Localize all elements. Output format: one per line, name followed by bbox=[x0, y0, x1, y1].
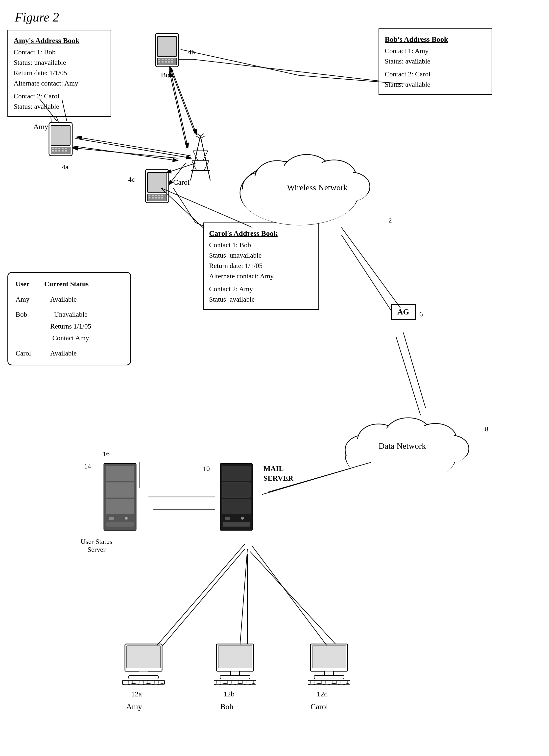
amy-phone: Amy bbox=[47, 121, 74, 159]
user-status-server bbox=[96, 462, 146, 535]
status-row2-user: Bob bbox=[16, 309, 35, 320]
svg-rect-80 bbox=[152, 197, 154, 199]
svg-line-84 bbox=[190, 136, 200, 180]
svg-rect-52 bbox=[171, 59, 173, 60]
svg-rect-49 bbox=[161, 59, 163, 60]
bobs-address-book: Bob's Address Book Contact 1: Amy Status… bbox=[379, 28, 492, 95]
svg-line-19 bbox=[193, 59, 406, 84]
carol-bottom-label: Carol bbox=[311, 702, 328, 711]
svg-rect-82 bbox=[158, 197, 160, 199]
status-row1-status: Available bbox=[50, 293, 77, 305]
svg-rect-75 bbox=[152, 195, 154, 196]
carols-contact1-label: Contact 1: Bob bbox=[209, 240, 313, 250]
carols-contact2-status: Status: available bbox=[209, 294, 313, 305]
status-row2-status: Unavailable Returns 1/1/05 Contact Amy bbox=[50, 309, 91, 344]
svg-line-95 bbox=[196, 136, 200, 138]
svg-rect-51 bbox=[168, 59, 170, 60]
computer-12a bbox=[121, 643, 166, 686]
carols-contact1-alternate: Alternate contact: Amy bbox=[209, 271, 313, 281]
svg-rect-70 bbox=[65, 150, 67, 152]
svg-rect-69 bbox=[62, 150, 64, 152]
svg-rect-76 bbox=[155, 195, 157, 196]
label-12c: 12c bbox=[317, 690, 327, 698]
svg-rect-64 bbox=[62, 148, 64, 149]
svg-rect-79 bbox=[148, 197, 150, 199]
label-4b: 4b bbox=[188, 48, 195, 56]
svg-line-18 bbox=[250, 551, 339, 648]
svg-rect-74 bbox=[148, 195, 150, 196]
svg-line-93 bbox=[197, 133, 200, 136]
data-network-cloud: Data Network bbox=[342, 403, 487, 489]
carols-contact2-label: Contact 2: Amy bbox=[209, 284, 313, 294]
svg-rect-83 bbox=[161, 197, 163, 199]
amys-contact1-alternate: Alternate contact: Amy bbox=[14, 78, 105, 89]
svg-line-164 bbox=[76, 137, 190, 156]
bobs-address-book-title: Bob's Address Book bbox=[385, 34, 486, 45]
carols-address-book: Carol's Address Book Contact 1: Bob Stat… bbox=[203, 222, 319, 310]
label-6: 6 bbox=[419, 310, 423, 318]
svg-rect-53 bbox=[158, 61, 160, 63]
label-16: 16 bbox=[103, 450, 110, 458]
label-12b: 12b bbox=[223, 690, 234, 698]
svg-line-173 bbox=[403, 333, 426, 408]
svg-rect-63 bbox=[58, 148, 60, 149]
svg-rect-61 bbox=[52, 148, 54, 149]
svg-rect-99 bbox=[222, 483, 250, 497]
svg-rect-67 bbox=[55, 150, 57, 152]
svg-rect-146 bbox=[314, 675, 344, 679]
user-status-server-label: User Status Server bbox=[69, 538, 124, 554]
amys-contact1-label: Contact 1: Bob bbox=[14, 47, 105, 57]
svg-rect-113 bbox=[139, 671, 148, 676]
label-4a: 4a bbox=[62, 163, 68, 171]
svg-point-44 bbox=[436, 438, 468, 463]
svg-rect-54 bbox=[161, 61, 163, 63]
svg-line-85 bbox=[200, 136, 210, 180]
wireless-network-cloud: Wireless Network bbox=[237, 138, 391, 232]
label-2: 2 bbox=[389, 216, 392, 224]
svg-line-94 bbox=[200, 133, 204, 136]
svg-line-176 bbox=[157, 544, 245, 645]
svg-rect-50 bbox=[165, 59, 167, 60]
label-8: 8 bbox=[485, 425, 488, 433]
svg-rect-144 bbox=[312, 646, 346, 668]
svg-rect-145 bbox=[325, 671, 334, 676]
bob-device-label: Bob bbox=[153, 71, 180, 79]
svg-rect-107 bbox=[106, 499, 134, 514]
status-row1-user: Amy bbox=[16, 293, 35, 305]
svg-rect-105 bbox=[106, 466, 134, 481]
status-row3-status: Available bbox=[50, 347, 77, 359]
data-network-label: Data Network bbox=[379, 441, 426, 451]
svg-rect-77 bbox=[158, 195, 160, 196]
amy-device-label: Amy bbox=[33, 122, 48, 131]
svg-line-12 bbox=[342, 235, 393, 314]
svg-rect-66 bbox=[52, 150, 54, 152]
svg-rect-65 bbox=[65, 148, 67, 149]
amys-contact2-status: Status: available bbox=[14, 101, 105, 112]
svg-line-172 bbox=[342, 227, 400, 308]
svg-rect-46 bbox=[157, 37, 177, 56]
label-12a: 12a bbox=[131, 690, 142, 698]
svg-rect-128 bbox=[218, 646, 252, 668]
mail-server: MAIL SERVER bbox=[213, 462, 262, 535]
bob-bottom-label: Bob bbox=[220, 702, 233, 711]
computer-12b bbox=[213, 643, 257, 686]
status-table-box: User Current Status Amy Available Bob Un… bbox=[7, 272, 131, 365]
svg-rect-114 bbox=[129, 675, 158, 679]
svg-line-10 bbox=[173, 188, 195, 222]
wireless-network-label: Wireless Network bbox=[287, 183, 348, 192]
bobs-contact1-label: Contact 1: Amy bbox=[385, 46, 486, 56]
carols-contact1-return: Return date: 1/1/05 bbox=[209, 261, 313, 271]
figure-title: Figure 2 bbox=[15, 10, 59, 24]
svg-rect-101 bbox=[225, 517, 230, 520]
svg-rect-55 bbox=[165, 61, 167, 63]
svg-line-96 bbox=[200, 136, 205, 138]
svg-rect-98 bbox=[222, 466, 250, 481]
bobs-contact2-label: Contact 2: Carol bbox=[385, 69, 486, 79]
svg-line-178 bbox=[252, 546, 327, 645]
svg-line-9 bbox=[72, 148, 178, 158]
label-14: 14 bbox=[84, 462, 91, 470]
svg-rect-59 bbox=[51, 126, 70, 145]
svg-rect-48 bbox=[158, 59, 160, 60]
svg-rect-108 bbox=[109, 517, 114, 520]
svg-line-16 bbox=[161, 549, 245, 648]
